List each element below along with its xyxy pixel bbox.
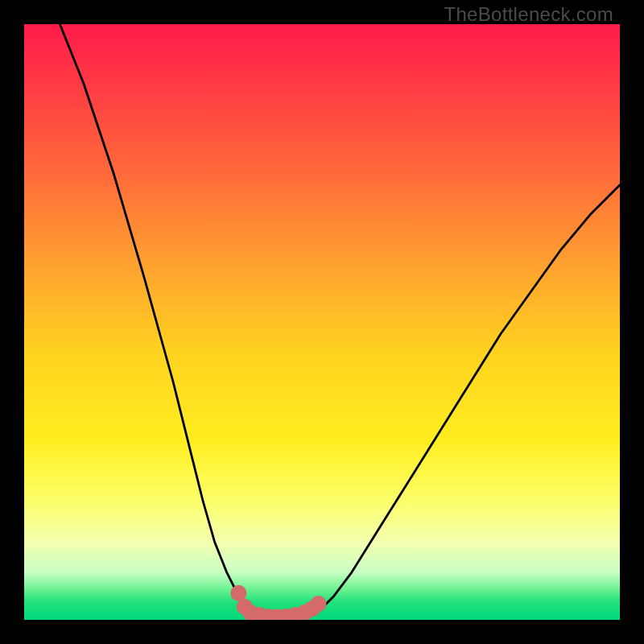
marker-group <box>230 585 326 620</box>
highlight-dot <box>311 596 327 612</box>
series-group <box>60 24 620 618</box>
series-curve-right <box>310 185 620 614</box>
plot-area <box>24 24 620 620</box>
chart-stage: TheBottleneck.com <box>0 0 644 644</box>
curves-svg <box>24 24 620 620</box>
highlight-dot <box>230 585 246 601</box>
brand-watermark: TheBottleneck.com <box>444 3 613 26</box>
series-curve-left <box>60 24 250 614</box>
